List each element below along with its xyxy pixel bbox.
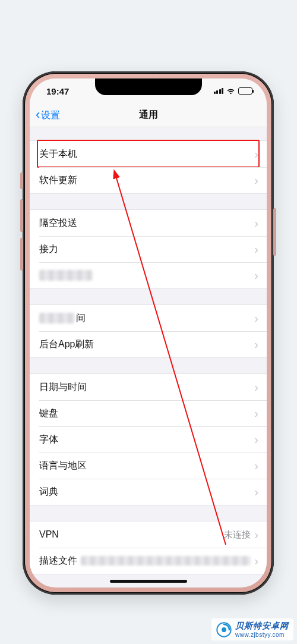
row-label: VPN bbox=[39, 529, 224, 540]
settings-group: 间 › 后台App刷新 › bbox=[30, 304, 267, 358]
chevron-right-icon: › bbox=[254, 243, 258, 255]
power-button bbox=[273, 208, 276, 256]
row-redacted[interactable]: 间 › bbox=[30, 305, 267, 331]
status-indicators bbox=[214, 87, 253, 95]
status-time: 19:47 bbox=[46, 86, 69, 96]
row-label: 关于本机 bbox=[39, 148, 254, 161]
volume-down-button bbox=[20, 238, 23, 271]
row-label-suffix: 间 bbox=[76, 312, 86, 325]
chevron-right-icon: › bbox=[254, 338, 258, 350]
row-about[interactable]: 关于本机 › bbox=[30, 141, 267, 167]
row-label: 软件更新 bbox=[39, 174, 254, 187]
row-background-refresh[interactable]: 后台App刷新 › bbox=[30, 331, 267, 357]
home-indicator[interactable] bbox=[110, 580, 187, 583]
nav-header: ‹ 设置 通用 bbox=[30, 103, 267, 127]
back-button[interactable]: ‹ 设置 bbox=[36, 103, 60, 127]
row-language-region[interactable]: 语言与地区 › bbox=[30, 453, 267, 479]
redacted-label bbox=[39, 313, 75, 323]
watermark: 贝斯特安卓网 www.zjbstyy.com bbox=[211, 618, 293, 640]
chevron-right-icon: › bbox=[254, 486, 258, 498]
redacted-value bbox=[81, 556, 251, 566]
row-label: 字体 bbox=[39, 433, 254, 446]
row-label: 键盘 bbox=[39, 407, 254, 420]
watermark-text: 贝斯特安卓网 www.zjbstyy.com bbox=[235, 621, 289, 638]
row-label: 日期与时间 bbox=[39, 381, 254, 394]
chevron-left-icon: ‹ bbox=[36, 108, 40, 121]
row-keyboard[interactable]: 键盘 › bbox=[30, 400, 267, 426]
row-software-update[interactable]: 软件更新 › bbox=[30, 167, 267, 193]
chevron-right-icon: › bbox=[254, 460, 258, 472]
wifi-icon bbox=[226, 88, 235, 95]
settings-group: VPN 未连接 › 描述文件 › bbox=[30, 521, 267, 574]
row-airdrop[interactable]: 隔空投送 › bbox=[30, 210, 267, 236]
watermark-url: www.zjbstyy.com bbox=[235, 632, 289, 638]
settings-content[interactable]: 关于本机 › 软件更新 › 隔空投送 › 接力 › bbox=[30, 140, 267, 574]
row-label: 隔空投送 bbox=[39, 217, 254, 230]
row-redacted[interactable]: › bbox=[30, 262, 267, 288]
redacted-label bbox=[39, 270, 93, 281]
screen: 19:47 ‹ 设置 通用 关于本机 › 软件更新 bbox=[30, 78, 267, 588]
chevron-right-icon: › bbox=[254, 407, 258, 419]
page-title: 通用 bbox=[139, 109, 158, 121]
back-label: 设置 bbox=[41, 109, 60, 122]
chevron-right-icon: › bbox=[254, 174, 258, 186]
row-label: 语言与地区 bbox=[39, 460, 254, 472]
row-label: 后台App刷新 bbox=[39, 338, 254, 351]
settings-group: 日期与时间 › 键盘 › 字体 › 语言与地区 › 词典 › bbox=[30, 373, 267, 505]
settings-group: 隔空投送 › 接力 › › bbox=[30, 209, 267, 289]
watermark-logo-icon bbox=[216, 622, 232, 637]
volume-up-button bbox=[20, 199, 23, 232]
row-label: 词典 bbox=[39, 486, 254, 498]
row-value: 未连接 bbox=[224, 529, 251, 541]
row-label: 描述文件 bbox=[39, 555, 77, 567]
mute-switch bbox=[20, 172, 23, 189]
row-dictionary[interactable]: 词典 › bbox=[30, 479, 267, 505]
chevron-right-icon: › bbox=[254, 148, 258, 160]
battery-icon bbox=[238, 87, 252, 95]
chevron-right-icon: › bbox=[254, 529, 258, 541]
chevron-right-icon: › bbox=[254, 555, 258, 567]
svg-point-2 bbox=[222, 627, 226, 632]
row-vpn[interactable]: VPN 未连接 › bbox=[30, 522, 267, 548]
chevron-right-icon: › bbox=[254, 433, 258, 445]
chevron-right-icon: › bbox=[254, 269, 258, 281]
row-date-time[interactable]: 日期与时间 › bbox=[30, 374, 267, 400]
settings-group: 关于本机 › 软件更新 › bbox=[30, 140, 267, 194]
row-label: 接力 bbox=[39, 243, 254, 256]
notch bbox=[95, 78, 202, 95]
row-fonts[interactable]: 字体 › bbox=[30, 426, 267, 453]
chevron-right-icon: › bbox=[254, 217, 258, 229]
chevron-right-icon: › bbox=[254, 312, 258, 324]
chevron-right-icon: › bbox=[254, 381, 258, 393]
phone-frame: 19:47 ‹ 设置 通用 关于本机 › 软件更新 bbox=[23, 71, 274, 595]
cellular-signal-icon bbox=[214, 88, 224, 94]
row-handoff[interactable]: 接力 › bbox=[30, 236, 267, 262]
watermark-title: 贝斯特安卓网 bbox=[235, 621, 289, 630]
row-profile[interactable]: 描述文件 › bbox=[30, 548, 267, 574]
